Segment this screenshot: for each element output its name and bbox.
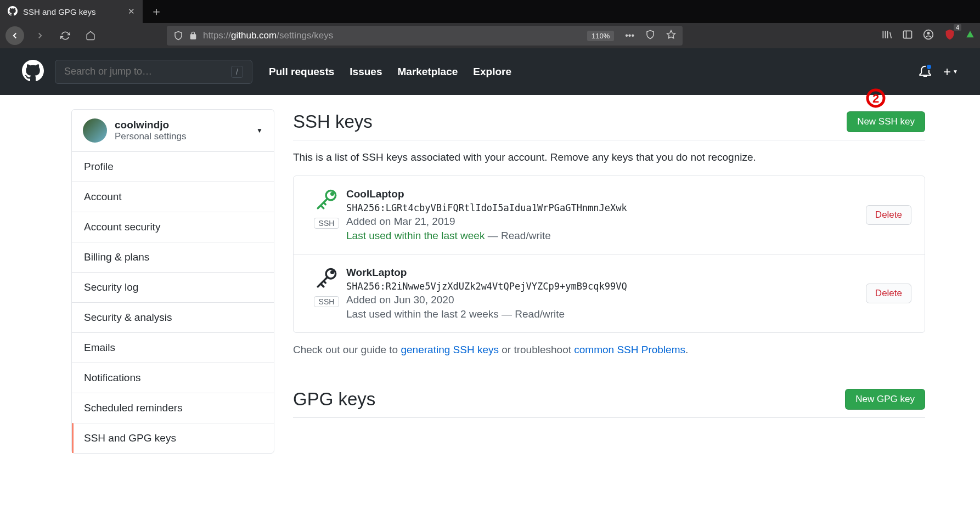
- gpg-section-header: GPG keys New GPG key: [293, 387, 925, 418]
- ssh-badge: SSH: [314, 296, 340, 307]
- delete-key-button[interactable]: Delete: [866, 284, 911, 303]
- library-icon[interactable]: [881, 29, 892, 42]
- forward-button[interactable]: [31, 26, 49, 45]
- ssh-key-row: SSH WorkLaptop SHA256:R2iNwwe5VjzXdUZk2w…: [294, 254, 925, 332]
- sidebar-item-billing[interactable]: Billing & plans: [72, 242, 274, 272]
- github-search[interactable]: /: [55, 60, 252, 84]
- key-fingerprint: SHA256:R2iNwwe5VjzXdUZk2w4VtQPejVYZCp9+y…: [346, 281, 866, 292]
- settings-sidebar: coolwindjo Personal settings ▼ Profile A…: [71, 109, 274, 454]
- browser-tab[interactable]: SSH and GPG keys ✕: [0, 0, 143, 23]
- ssh-badge: SSH: [314, 218, 340, 229]
- zoom-indicator[interactable]: 110%: [587, 31, 614, 41]
- reload-button[interactable]: [56, 26, 75, 45]
- account-icon[interactable]: [923, 29, 934, 42]
- generating-ssh-keys-link[interactable]: generating SSH keys: [401, 344, 499, 355]
- github-favicon-icon: [8, 6, 18, 18]
- sidebar-item-scheduled-reminders[interactable]: Scheduled reminders: [72, 393, 274, 423]
- sidebar-item-notifications[interactable]: Notifications: [72, 363, 274, 393]
- nav-issues[interactable]: Issues: [350, 66, 382, 78]
- key-last-used: Last used within the last week — Read/wr…: [346, 230, 866, 242]
- avatar: [83, 118, 107, 143]
- ssh-heading: SSH keys: [293, 111, 373, 132]
- nav-marketplace[interactable]: Marketplace: [397, 66, 458, 78]
- key-icon: [315, 267, 338, 292]
- sidebar-subtext: Personal settings: [115, 131, 186, 142]
- ublock-badge: 4: [954, 24, 961, 31]
- github-nav: Pull requests Issues Marketplace Explore: [269, 66, 511, 78]
- nav-explore[interactable]: Explore: [473, 66, 511, 78]
- svg-marker-0: [667, 31, 675, 38]
- bookmark-star-icon[interactable]: [666, 30, 676, 42]
- sidebar-toggle-icon[interactable]: [902, 29, 913, 42]
- chevron-down-icon: ▼: [256, 127, 263, 134]
- back-button[interactable]: [5, 26, 24, 45]
- sidebar-username: coolwindjo: [115, 119, 186, 131]
- main-content: 2 SSH keys New SSH key This is a list of…: [293, 109, 925, 454]
- search-input[interactable]: [64, 66, 231, 77]
- new-ssh-key-button[interactable]: New SSH key: [847, 111, 925, 132]
- key-added-date: Added on Jun 30, 2020: [346, 294, 866, 306]
- key-added-date: Added on Mar 21, 2019: [346, 216, 866, 228]
- browser-tab-bar: SSH and GPG keys ✕ ＋: [0, 0, 980, 23]
- ssh-description: This is a list of SSH keys associated wi…: [293, 151, 925, 163]
- sidebar-item-account[interactable]: Account: [72, 182, 274, 212]
- key-icon: [315, 188, 338, 213]
- tracking-shield-icon[interactable]: [173, 31, 183, 41]
- ssh-key-row: SSH CoolLaptop SHA256:LGRt4cbyVBiFQRtlId…: [294, 176, 925, 254]
- common-ssh-problems-link[interactable]: common SSH Problems: [574, 344, 685, 355]
- github-header: / Pull requests Issues Marketplace Explo…: [0, 48, 980, 95]
- notifications-bell-icon[interactable]: [919, 65, 931, 79]
- sidebar-item-emails[interactable]: Emails: [72, 332, 274, 363]
- new-tab-button[interactable]: ＋: [143, 3, 170, 20]
- sidebar-item-security-analysis[interactable]: Security & analysis: [72, 302, 274, 332]
- gpg-heading: GPG keys: [293, 389, 375, 410]
- github-logo-icon[interactable]: [22, 60, 44, 84]
- ssh-section-header: SSH keys New SSH key: [293, 109, 925, 140]
- home-button[interactable]: [81, 26, 100, 45]
- svg-text:2: 2: [872, 92, 879, 105]
- annotation-2-icon: 2: [865, 87, 887, 109]
- svg-rect-1: [904, 31, 912, 38]
- svg-point-9: [331, 193, 334, 195]
- nav-pull-requests[interactable]: Pull requests: [269, 66, 334, 78]
- key-title: WorkLaptop: [346, 267, 866, 279]
- browser-tab-title: SSH and GPG keys: [23, 7, 122, 16]
- new-gpg-key-button[interactable]: New GPG key: [845, 389, 925, 410]
- url-text: https://github.com/settings/keys: [203, 30, 582, 41]
- delete-key-button[interactable]: Delete: [866, 205, 911, 225]
- svg-point-3: [927, 32, 930, 35]
- browser-toolbar: https://github.com/settings/keys 110% ••…: [0, 23, 980, 48]
- url-bar[interactable]: https://github.com/settings/keys 110% ••…: [167, 26, 683, 46]
- ublock-icon[interactable]: 4: [944, 29, 956, 43]
- extensions-icon[interactable]: [966, 29, 975, 42]
- pocket-icon[interactable]: [645, 30, 655, 42]
- sidebar-user-switcher[interactable]: coolwindjo Personal settings ▼: [72, 110, 274, 152]
- ssh-guide-text: Check out our guide to generating SSH ke…: [293, 344, 925, 356]
- sidebar-item-ssh-gpg-keys[interactable]: SSH and GPG keys: [72, 423, 274, 453]
- lock-icon[interactable]: [189, 31, 198, 40]
- key-title: CoolLaptop: [346, 188, 866, 200]
- sidebar-item-security-log[interactable]: Security log: [72, 272, 274, 302]
- sidebar-item-account-security[interactable]: Account security: [72, 212, 274, 242]
- svg-point-11: [331, 271, 334, 274]
- create-new-dropdown[interactable]: + ▼: [943, 64, 958, 80]
- ssh-key-list: SSH CoolLaptop SHA256:LGRt4cbyVBiFQRtlId…: [293, 176, 925, 333]
- sidebar-item-profile[interactable]: Profile: [72, 152, 274, 182]
- notification-dot-icon: [926, 64, 932, 70]
- page-actions-icon[interactable]: •••: [625, 31, 634, 41]
- key-last-used: Last used within the last 2 weeks — Read…: [346, 308, 866, 320]
- close-tab-icon[interactable]: ✕: [128, 7, 135, 16]
- slash-shortcut-icon: /: [231, 66, 243, 78]
- key-fingerprint: SHA256:LGRt4cbyVBiFQRtlIdoI5aIdua1WrPGaG…: [346, 202, 866, 213]
